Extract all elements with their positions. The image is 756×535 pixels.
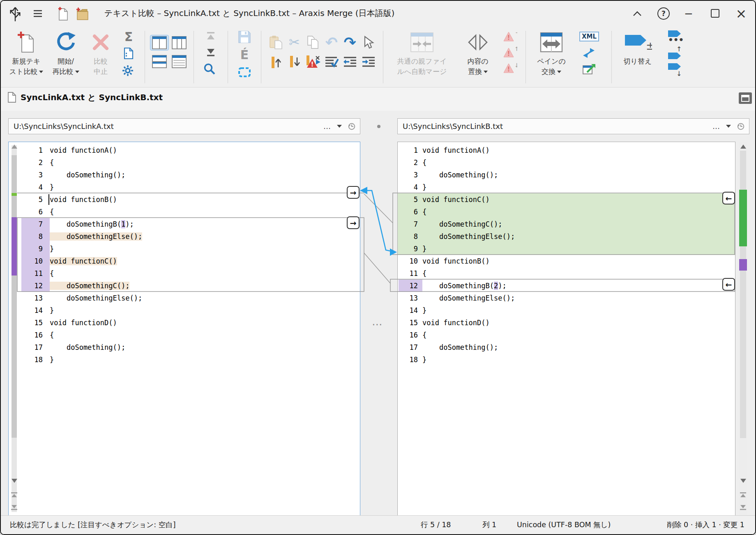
comparison-tab[interactable]: SyncLinkA.txt と SyncLinkB.txt — [7, 92, 163, 103]
settings-gear-button[interactable] — [122, 62, 136, 79]
code-line[interactable]: 11{ — [398, 267, 735, 280]
code-line[interactable]: 3 doSomething(); — [9, 169, 360, 181]
browse-more-button[interactable]: … — [712, 122, 720, 131]
collapse-ribbon-icon[interactable] — [629, 1, 646, 26]
last-change-button[interactable] — [206, 44, 216, 60]
push-right-button-1[interactable]: → — [347, 186, 360, 199]
push-left-button-2[interactable]: ← — [722, 278, 735, 291]
new-document-icon[interactable] — [54, 1, 71, 26]
remove-change-button[interactable]: ! — [304, 55, 322, 69]
sync-links-button[interactable] — [583, 45, 599, 61]
code-line[interactable]: 16{ — [9, 329, 360, 341]
start-recompare-button[interactable]: 開始/ 再比較 — [48, 28, 83, 77]
code-line[interactable]: 8 doSomethingElse(); — [398, 230, 735, 243]
xml-view-button[interactable]: XML — [579, 28, 602, 45]
code-line[interactable]: 13 doSomethingElse(); — [9, 292, 360, 304]
indent-button[interactable] — [359, 56, 378, 68]
scroll-down-icon[interactable] — [12, 479, 17, 483]
code-line[interactable]: 7 doSomethingC(); — [398, 218, 735, 230]
code-line[interactable]: 9} — [398, 243, 735, 255]
previous-bookmark-button[interactable]: ↑ — [667, 45, 684, 61]
scroll-thumb[interactable] — [12, 155, 17, 438]
push-left-button-1[interactable]: ← — [722, 192, 735, 204]
left-file-path-bar[interactable]: U:\SyncLinks\SyncLinkA.txt … — [8, 118, 360, 134]
selection-mode-button[interactable] — [238, 64, 251, 81]
left-code-pane[interactable]: 1void functionA()2{3 doSomething();4}5vo… — [8, 142, 360, 516]
unindent-button[interactable] — [341, 56, 359, 68]
maximize-button[interactable] — [707, 1, 723, 26]
code-line[interactable]: 14} — [398, 304, 735, 317]
change-mark-green[interactable] — [12, 193, 17, 196]
redo-button[interactable]: ↷ — [341, 34, 359, 51]
path-dropdown-icon[interactable] — [726, 125, 731, 128]
scroll-down-icon[interactable] — [740, 479, 746, 483]
left-file-path[interactable]: U:\SyncLinks\SyncLinkA.txt — [14, 122, 323, 131]
code-line[interactable]: 8 doSomethingElse(); — [9, 230, 360, 243]
code-line[interactable]: 10void functionB() — [398, 255, 735, 267]
code-line[interactable]: 9} — [9, 243, 360, 255]
code-line[interactable]: 14} — [9, 304, 360, 317]
code-line[interactable]: 17 doSomething(); — [398, 341, 735, 354]
find-button[interactable] — [203, 60, 218, 78]
code-line[interactable]: 2{ — [398, 156, 735, 169]
skip-to-bottom-icon[interactable] — [11, 504, 18, 512]
layout-three-columns-button[interactable] — [170, 35, 188, 50]
code-line[interactable]: 18} — [398, 354, 735, 366]
close-button[interactable]: × — [733, 1, 749, 26]
dropdown-caret[interactable] — [75, 71, 79, 73]
new-folder-icon[interactable] — [73, 1, 91, 26]
code-line[interactable]: 3 doSomething(); — [398, 169, 735, 181]
layout-two-columns-button[interactable] — [150, 35, 168, 50]
export-report-button[interactable] — [582, 61, 599, 78]
history-icon[interactable] — [737, 122, 745, 131]
file-options-button[interactable] — [124, 45, 134, 62]
accept-changes-button[interactable] — [322, 56, 341, 68]
dropdown-caret[interactable] — [557, 71, 561, 73]
code-line[interactable]: 6{ — [398, 206, 735, 218]
change-mark-purple[interactable] — [739, 259, 747, 271]
menu-hamburger-icon[interactable] — [30, 1, 46, 26]
code-line[interactable]: 15void functionD() — [9, 317, 360, 329]
dropdown-caret[interactable] — [39, 71, 43, 73]
pane-maximize-button[interactable] — [739, 92, 752, 104]
code-line[interactable]: 12 doSomethingB(2); — [398, 280, 735, 292]
swap-panes-button[interactable]: ペインの 交換 — [531, 28, 572, 77]
push-right-button-2[interactable]: → — [347, 216, 360, 229]
previous-change-button[interactable] — [267, 55, 285, 69]
code-line[interactable]: 5void functionB() — [9, 193, 360, 206]
next-bookmark-button[interactable]: ↓ — [667, 61, 684, 78]
code-line[interactable]: 11{ — [9, 267, 360, 280]
code-line[interactable]: 18} — [9, 354, 360, 366]
code-line[interactable]: 5void functionC() — [398, 193, 735, 206]
browse-more-button[interactable]: … — [323, 122, 331, 131]
code-line[interactable]: 6{ — [9, 206, 360, 218]
path-dropdown-icon[interactable] — [337, 125, 342, 128]
code-line[interactable]: 10void functionC() — [9, 255, 360, 267]
code-line[interactable]: 4} — [9, 181, 360, 193]
replace-content-button[interactable]: 内容の 置換 — [459, 28, 496, 77]
code-line[interactable]: 7 doSomethingB(1); — [9, 218, 360, 230]
code-line[interactable]: 15void functionD() — [398, 317, 735, 329]
change-mark-green[interactable] — [739, 190, 747, 246]
scroll-up-icon[interactable] — [12, 145, 17, 149]
change-mark-purple[interactable] — [12, 217, 17, 276]
layout-two-rows-button[interactable] — [150, 54, 168, 69]
dropdown-caret[interactable] — [484, 71, 488, 73]
right-file-path[interactable]: U:\SyncLinks\SyncLinkB.txt — [403, 122, 712, 131]
skip-to-bottom-icon[interactable] — [740, 504, 747, 512]
right-file-path-bar[interactable]: U:\SyncLinks\SyncLinkB.txt … — [397, 118, 749, 134]
code-line[interactable]: 16{ — [398, 329, 735, 341]
minimize-button[interactable]: − — [680, 1, 697, 26]
code-line[interactable]: 12 doSomethingC(); — [9, 280, 360, 292]
layout-rows-list-button[interactable] — [170, 54, 188, 69]
skip-to-top-icon[interactable] — [740, 492, 747, 500]
help-icon[interactable]: ? — [655, 1, 672, 26]
code-line[interactable]: 2{ — [9, 156, 360, 169]
left-overview-strip[interactable] — [12, 145, 17, 512]
code-line[interactable]: 17 doSomething(); — [9, 341, 360, 354]
right-overview-strip[interactable] — [739, 142, 747, 516]
right-code-pane[interactable]: 1void functionA()2{3 doSomething();4}5vo… — [397, 142, 735, 516]
code-line[interactable]: 1void functionA() — [9, 144, 360, 156]
scroll-up-icon[interactable] — [740, 145, 746, 149]
status-encoding[interactable]: Unicode (UTF-8 BOM 無し) — [517, 520, 611, 530]
